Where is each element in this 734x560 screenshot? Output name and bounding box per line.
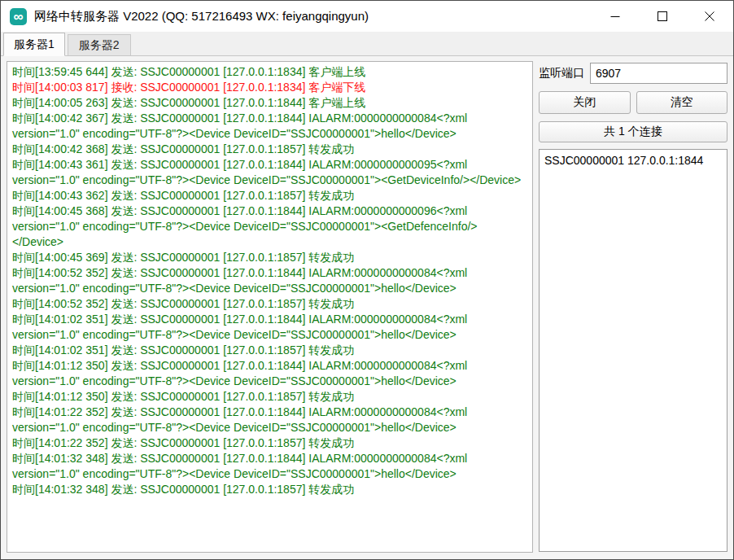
listen-port-row: 监听端口 xyxy=(539,63,727,84)
window-controls xyxy=(592,1,733,32)
log-line: 时间[14:00:42 368] 发送: SSJC00000001 [127.0… xyxy=(12,142,527,157)
window-title: 网络中转服务器 V2022 (QQ: 517216493 WX: feiyang… xyxy=(34,9,369,24)
log-line: 时间[14:01:32 348] 发送: SSJC00000001 [127.0… xyxy=(12,482,527,497)
minimize-icon xyxy=(610,11,620,21)
close-icon xyxy=(705,11,714,21)
tab-server1[interactable]: 服务器1 xyxy=(3,33,65,56)
log-line: 时间[14:01:02 351] 发送: SSJC00000001 [127.0… xyxy=(12,312,527,343)
log-line: 时间[14:01:32 348] 发送: SSJC00000001 [127.0… xyxy=(12,451,527,482)
log-line: 时间[14:01:22 352] 发送: SSJC00000001 [127.0… xyxy=(12,405,527,435)
log-line: 时间[14:01:22 352] 发送: SSJC00000001 [127.0… xyxy=(12,435,527,451)
side-panel: 监听端口 关闭 清空 共 1 个连接 SSJC00000001 127.0.0.… xyxy=(539,63,727,552)
close-button[interactable] xyxy=(686,1,733,32)
log-line: 时间[14:00:45 369] 发送: SSJC00000001 [127.0… xyxy=(12,250,527,265)
log-line: 时间[14:01:12 350] 发送: SSJC00000001 [127.0… xyxy=(12,389,527,405)
connection-count-button[interactable]: 共 1 个连接 xyxy=(539,121,727,142)
log-line: 时间[14:00:03 817] 接收: SSJC00000001 [127.0… xyxy=(12,80,527,95)
action-button-row: 关闭 清空 xyxy=(539,91,727,114)
log-line: 时间[14:00:05 263] 发送: SSJC00000001 [127.0… xyxy=(12,95,527,111)
tab-pane: 时间[13:59:45 644] 发送: SSJC00000001 [127.0… xyxy=(1,56,733,559)
app-window: ∞ 网络中转服务器 V2022 (QQ: 517216493 WX: feiya… xyxy=(0,0,734,560)
tab-server2[interactable]: 服务器2 xyxy=(68,34,131,55)
log-line: 时间[14:00:52 352] 发送: SSJC00000001 [127.0… xyxy=(12,296,527,312)
log-line: 时间[14:00:42 367] 发送: SSJC00000001 [127.0… xyxy=(12,111,527,142)
tab-bar: 服务器1 服务器2 xyxy=(1,32,733,56)
log-line: 时间[14:01:12 350] 发送: SSJC00000001 [127.0… xyxy=(12,358,527,389)
close-server-button[interactable]: 关闭 xyxy=(539,91,631,114)
title-bar: ∞ 网络中转服务器 V2022 (QQ: 517216493 WX: feiya… xyxy=(1,1,733,32)
log-line: 时间[14:00:43 362] 发送: SSJC00000001 [127.0… xyxy=(12,188,527,203)
connection-list[interactable]: SSJC00000001 127.0.0.1:1844 xyxy=(539,149,727,552)
log-line: 时间[14:01:02 351] 发送: SSJC00000001 [127.0… xyxy=(12,343,527,358)
minimize-button[interactable] xyxy=(592,1,639,32)
maximize-icon xyxy=(658,11,667,21)
log-line: 时间[13:59:45 644] 发送: SSJC00000001 [127.0… xyxy=(12,64,527,80)
maximize-button[interactable] xyxy=(639,1,686,32)
log-line: 时间[14:00:45 368] 发送: SSJC00000001 [127.0… xyxy=(12,203,527,250)
log-line: 时间[14:00:52 352] 发送: SSJC00000001 [127.0… xyxy=(12,265,527,296)
log-line: 时间[14:00:43 361] 发送: SSJC00000001 [127.0… xyxy=(12,157,527,188)
app-logo-icon: ∞ xyxy=(10,8,27,25)
connection-list-item[interactable]: SSJC00000001 127.0.0.1:1844 xyxy=(544,152,722,169)
listen-port-label: 监听端口 xyxy=(539,66,584,81)
log-output[interactable]: 时间[13:59:45 644] 发送: SSJC00000001 [127.0… xyxy=(7,61,533,553)
clear-log-button[interactable]: 清空 xyxy=(636,91,728,114)
listen-port-input[interactable] xyxy=(590,63,727,84)
